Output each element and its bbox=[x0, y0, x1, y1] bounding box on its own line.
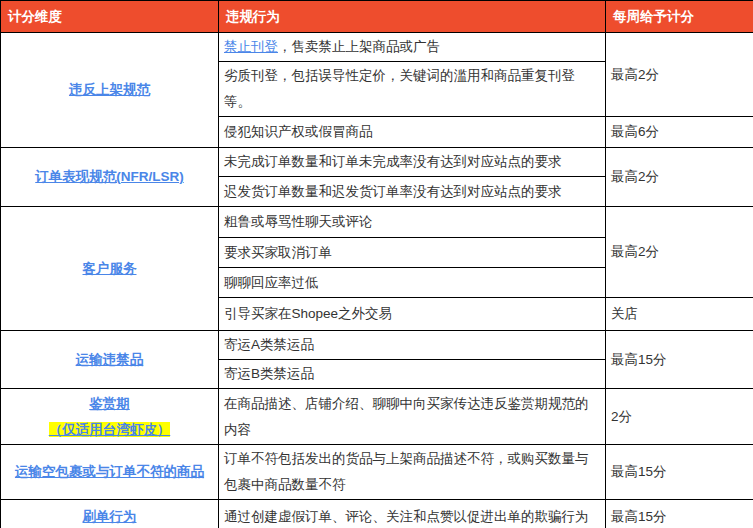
header-row: 计分维度 违规行为 每周给予计分 bbox=[1, 1, 753, 33]
dimension-note-taiwan-only[interactable]: （仅适用台湾虾皮） bbox=[49, 422, 171, 437]
table-row: 运输空包裹或与订单不符的商品 订单不符包括发出的货品与上架商品描述不符，或购买数… bbox=[1, 445, 753, 500]
behavior-cell: 在商品描述、店铺介绍、聊聊中向买家传达违反鉴赏期规范的内容 bbox=[219, 389, 606, 445]
column-header-score: 每周给予计分 bbox=[606, 1, 753, 33]
behavior-cell: 劣质刊登，包括误导性定价，关键词的滥用和商品重复刊登等。 bbox=[219, 62, 606, 117]
behavior-cell: 聊聊回应率过低 bbox=[219, 268, 606, 298]
table-row: 运输违禁品 寄运A类禁运品 最高15分 bbox=[1, 331, 753, 360]
prohibited-listing-link[interactable]: 禁止刊登 bbox=[224, 39, 278, 54]
behavior-cell: 迟发货订单数量和迟发货订单率没有达到对应站点的要求 bbox=[219, 177, 606, 207]
column-header-behavior: 违规行为 bbox=[219, 1, 606, 33]
behavior-cell: 粗鲁或辱骂性聊天或评论 bbox=[219, 207, 606, 238]
dimension-link-empty-parcel[interactable]: 运输空包裹或与订单不符的商品 bbox=[15, 464, 204, 479]
dimension-cell-fake-orders: 刷单行为 bbox=[1, 500, 219, 528]
dimension-cell-customer-service: 客户服务 bbox=[1, 207, 219, 331]
table-row: 违反上架规范 禁止刊登，售卖禁止上架商品或广告 最高2分 bbox=[1, 33, 753, 62]
dimension-link-fake-orders[interactable]: 刷单行为 bbox=[83, 509, 137, 524]
table-row: 刷单行为 通过创建虚假订单、评论、关注和点赞以促进出单的欺骗行为 最高15分 bbox=[1, 500, 753, 528]
behavior-cell: 寄运A类禁运品 bbox=[219, 331, 606, 360]
dimension-cell-order-performance: 订单表现规范(NFR/LSR) bbox=[1, 148, 219, 207]
scoring-table: 计分维度 违规行为 每周给予计分 违反上架规范 禁止刊登，售卖禁止上架商品或广告… bbox=[0, 0, 753, 528]
score-cell: 最高15分 bbox=[606, 331, 753, 389]
behavior-cell: 未完成订单数量和订单未完成率没有达到对应站点的要求 bbox=[219, 148, 606, 177]
behavior-cell: 要求买家取消订单 bbox=[219, 238, 606, 268]
score-cell: 最高2分 bbox=[606, 148, 753, 207]
table-row: 订单表现规范(NFR/LSR) 未完成订单数量和订单未完成率没有达到对应站点的要… bbox=[1, 148, 753, 177]
behavior-cell: 寄运B类禁运品 bbox=[219, 360, 606, 389]
score-cell: 最高2分 bbox=[606, 207, 753, 298]
score-cell: 最高2分 bbox=[606, 33, 753, 117]
score-cell: 最高6分 bbox=[606, 117, 753, 148]
score-cell: 2分 bbox=[606, 389, 753, 445]
table-row: 客户服务 粗鲁或辱骂性聊天或评论 最高2分 bbox=[1, 207, 753, 238]
dimension-link-cooling-off-period[interactable]: 鉴赏期 bbox=[89, 396, 130, 411]
behavior-cell: 通过创建虚假订单、评论、关注和点赞以促进出单的欺骗行为 bbox=[219, 500, 606, 528]
score-cell: 最高15分 bbox=[606, 500, 753, 528]
behavior-cell: 引导买家在Shopee之外交易 bbox=[219, 298, 606, 331]
dimension-cell-empty-parcel: 运输空包裹或与订单不符的商品 bbox=[1, 445, 219, 500]
dimension-cell-listing-violation: 违反上架规范 bbox=[1, 33, 219, 148]
score-cell: 最高15分 bbox=[606, 445, 753, 500]
column-header-dimension: 计分维度 bbox=[1, 1, 219, 33]
dimension-cell-prohibited-shipping: 运输违禁品 bbox=[1, 331, 219, 389]
behavior-cell: 侵犯知识产权或假冒商品 bbox=[219, 117, 606, 148]
score-cell: 关店 bbox=[606, 298, 753, 331]
dimension-link-customer-service[interactable]: 客户服务 bbox=[83, 261, 137, 276]
dimension-link-order-performance[interactable]: 订单表现规范(NFR/LSR) bbox=[35, 169, 184, 184]
behavior-cell: 禁止刊登，售卖禁止上架商品或广告 bbox=[219, 33, 606, 62]
behavior-text: ，售卖禁止上架商品或广告 bbox=[278, 39, 440, 54]
dimension-cell-cooling-off-period: 鉴赏期 （仅适用台湾虾皮） bbox=[1, 389, 219, 445]
table-row: 鉴赏期 （仅适用台湾虾皮） 在商品描述、店铺介绍、聊聊中向买家传达违反鉴赏期规范… bbox=[1, 389, 753, 445]
dimension-link-prohibited-shipping[interactable]: 运输违禁品 bbox=[76, 352, 144, 367]
behavior-cell: 订单不符包括发出的货品与上架商品描述不符，或购买数量与包裹中商品数量不符 bbox=[219, 445, 606, 500]
dimension-link-listing-violation[interactable]: 违反上架规范 bbox=[69, 82, 150, 97]
